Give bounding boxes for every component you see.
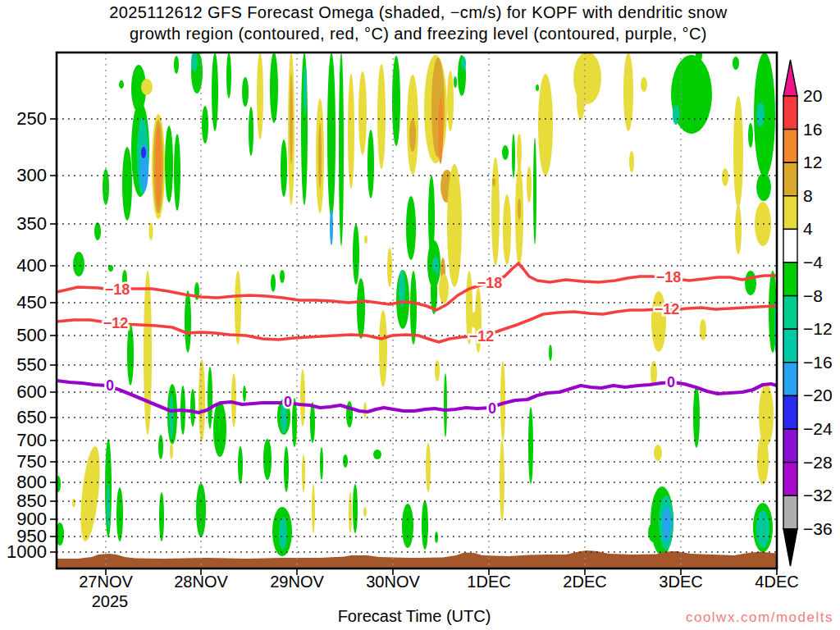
omega-shading-blob	[185, 290, 191, 353]
colorbar-segment	[783, 363, 797, 396]
omega-shading-blob	[353, 484, 358, 533]
colorbar-tick-label: −16	[803, 353, 833, 372]
colorbar-tick-label: 16	[803, 120, 822, 139]
x-tick-label: 2DEC	[563, 573, 606, 591]
y-tick-label: 600	[16, 381, 47, 402]
omega-shading-blob	[527, 167, 532, 203]
omega-shading-blob	[159, 492, 164, 541]
omega-shading-blob	[353, 224, 359, 285]
colorbar-segment	[783, 162, 797, 196]
omega-shading-blob	[363, 507, 367, 517]
omega-shading-blob	[202, 106, 208, 144]
omega-shading-blob	[500, 440, 504, 522]
omega-shading-blob	[368, 130, 374, 199]
contour-label-dgz-cold: −18	[477, 275, 503, 291]
omega-shading-blob	[377, 64, 386, 169]
omega-shading-blob	[149, 222, 153, 240]
y-tick-label: 700	[16, 430, 47, 450]
chart-title-line1: 2025112612 GFS Forecast Omega (shaded, −…	[109, 3, 728, 21]
omega-shading-blob	[512, 134, 515, 178]
omega-shading-blob	[438, 98, 443, 164]
omega-shading-blob	[733, 96, 743, 208]
omega-shading-blob	[116, 487, 123, 541]
omega-shading-blob	[469, 312, 481, 328]
y-tick-label: 1000	[7, 541, 47, 562]
colorbar-segment	[783, 296, 797, 330]
contour-label-dgz-warm: −12	[655, 301, 680, 317]
x-tick-label: 1DEC	[467, 573, 510, 591]
omega-shading-blob	[170, 395, 174, 439]
contour-label-dgz-cold: −18	[105, 281, 130, 298]
omega-shading-blob	[107, 482, 110, 530]
omega-shading-blob	[549, 345, 552, 361]
omega-shading-blob	[648, 523, 660, 542]
omega-shading-blob	[577, 80, 585, 120]
colorbar-segment	[783, 395, 797, 429]
x-tick-label: 27NOV	[79, 573, 133, 591]
omega-shading-blob	[502, 145, 509, 160]
omega-shading-blob	[536, 84, 539, 91]
omega-shading-blob	[492, 178, 495, 186]
y-tick-label: 400	[16, 255, 47, 276]
omega-shading-blob	[318, 123, 322, 189]
omega-shading-blob	[748, 123, 753, 148]
colorbar-segment	[783, 429, 797, 463]
omega-shading-blob	[243, 386, 246, 402]
omega-shading-blob	[503, 194, 511, 265]
omega-shading-blob	[373, 450, 381, 459]
omega-shading-blob	[663, 507, 671, 541]
omega-shading-blob	[528, 407, 533, 484]
omega-shading-blob	[517, 134, 522, 170]
omega-shading-blob	[327, 52, 336, 218]
omega-shading-blob	[654, 445, 662, 461]
omega-shading-blob	[249, 107, 253, 156]
omega-shading-blob	[72, 499, 75, 507]
omega-shading-blob	[756, 510, 769, 548]
omega-shading-blob	[279, 517, 287, 550]
omega-shading-blob	[444, 373, 447, 437]
omega-shading-blob	[533, 138, 536, 244]
omega-shading-blob	[409, 119, 416, 152]
omega-shading-blob	[439, 274, 449, 304]
contour-label-dgz-cold: −18	[656, 269, 682, 285]
omega-shading-blob	[271, 274, 276, 292]
y-tick-label: 550	[16, 354, 47, 375]
x-tick-label: 28NOV	[174, 573, 228, 591]
omega-shading-blob	[673, 105, 679, 125]
colorbar-tick-label: 12	[803, 153, 822, 171]
omega-shading-blob	[320, 447, 323, 480]
omega-shading-blob	[745, 271, 756, 295]
omega-shading-blob	[213, 401, 226, 457]
x-tick-label: 3DEC	[659, 573, 702, 591]
y-tick-label: 650	[16, 407, 47, 427]
colorbar-segment	[783, 229, 797, 262]
contour-label-freezing: 0	[488, 400, 496, 417]
omega-shading-blob	[406, 196, 416, 260]
omega-shading-blob	[500, 361, 505, 441]
omega-shading-blob	[302, 454, 305, 492]
omega-shading-blob	[141, 147, 146, 158]
colorbar-tick-label: −28	[803, 453, 833, 472]
omega-shading-blob	[756, 173, 771, 201]
omega-shading-blob	[231, 373, 236, 427]
colorbar-tick-label: −8	[803, 286, 823, 305]
watermark-link[interactable]: coolwx.com/modelts	[686, 609, 833, 625]
omega-shading-blob	[235, 271, 241, 345]
omega-shading-blob	[447, 164, 462, 287]
x-tick-label: 29NOV	[270, 573, 324, 591]
omega-shading-blob	[330, 209, 333, 245]
colorbar-tick-label: −4	[803, 253, 823, 272]
y-tick-label: 250	[16, 108, 47, 129]
omega-shading-blob	[461, 57, 466, 70]
omega-shading-blob	[174, 134, 180, 211]
x-axis-title: Forecast Time (UTC)	[338, 607, 491, 625]
omega-shading-blob	[447, 71, 454, 131]
omega-shading-blob	[263, 439, 272, 480]
omega-shading-blob	[349, 492, 352, 533]
omega-shading-blob	[348, 74, 354, 189]
colorbar-tick-label: −24	[803, 419, 833, 438]
omega-shading-blob	[191, 52, 198, 71]
colorbar-segment	[783, 262, 797, 296]
colorbar-tick-label: −36	[803, 519, 833, 538]
omega-shading-blob	[170, 443, 173, 459]
